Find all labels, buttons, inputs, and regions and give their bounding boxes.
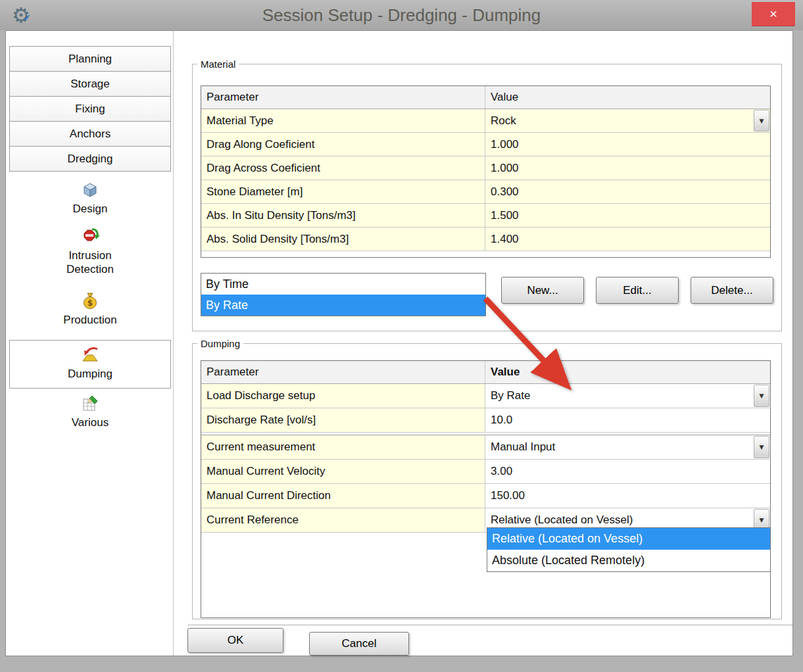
close-button[interactable]: × (752, 2, 795, 26)
svg-text:$: $ (87, 299, 93, 308)
dropdown-option-absolute[interactable]: Absolute (Located Remotely) (487, 550, 770, 571)
dumping-icon (80, 347, 100, 364)
value-cell[interactable]: Rock ▼ (485, 109, 770, 132)
ok-button[interactable]: OK (187, 628, 283, 653)
value-cell[interactable]: 150.00 (485, 484, 770, 508)
sidebar-item-dredging[interactable]: Dredging (9, 146, 171, 172)
footer-divider (187, 625, 792, 625)
table-row: Current measurement Manual Input ▼ (201, 435, 770, 460)
table-row: Abs. Solid Density [Tons/m3] 1.400 (201, 228, 770, 251)
value-cell[interactable]: 1.000 (485, 133, 770, 156)
dropdown-button[interactable]: ▼ (754, 110, 769, 132)
delete-button[interactable]: Delete... (691, 277, 773, 304)
sidebar-item-planning[interactable]: Planning (9, 46, 171, 72)
sidebar-item-design[interactable]: Design (9, 181, 171, 216)
table-row: Manual Current Direction 150.00 (201, 484, 770, 508)
sidebar-item-anchors[interactable]: Anchors (9, 121, 171, 147)
app-gear-icon: ⚙ ✓ (12, 3, 38, 29)
sidebar-item-various[interactable]: Various (9, 395, 171, 429)
window-title: Session Setup - Dredging - Dumping (0, 0, 803, 30)
cube-icon (81, 181, 99, 199)
parameter-cell: Manual Current Velocity (201, 460, 485, 483)
sidebar-item-storage[interactable]: Storage (9, 71, 171, 97)
sidebar-divider (173, 31, 174, 656)
parameter-cell: Drag Along Coeficient (201, 133, 485, 156)
table-row: Material Type Rock ▼ (201, 109, 770, 133)
discharge-mode-listbox: By Time By Rate (201, 273, 486, 316)
gear-check-icon: ✓ (23, 12, 32, 24)
parameter-cell: Material Type (201, 109, 485, 132)
sidebar-item-production[interactable]: $ Production (9, 291, 171, 327)
parameter-cell: Current Reference (201, 508, 485, 532)
parameter-cell: Discharge Rate [vol/s] (201, 408, 485, 432)
list-item-by-rate-selected[interactable]: By Rate (201, 295, 485, 316)
parameter-cell: Abs. Solid Density [Tons/m3] (201, 228, 485, 251)
sidebar-item-intrusion-detection[interactable]: Intrusion Detection (9, 227, 171, 277)
parameter-cell: Drag Across Coeficient (201, 156, 485, 180)
dropdown-option-relative[interactable]: Relative (Located on Vessel) (487, 528, 770, 550)
money-bag-icon: $ (82, 291, 99, 310)
material-group-label: Material (197, 59, 239, 70)
dropdown-button[interactable]: ▼ (754, 385, 769, 407)
cancel-button[interactable]: Cancel (309, 632, 409, 656)
current-reference-dropdown: Relative (Located on Vessel) Absolute (L… (487, 527, 771, 572)
column-header-parameter: Parameter (201, 86, 485, 108)
dropdown-button[interactable]: ▼ (754, 436, 769, 458)
value-cell[interactable]: 1.400 (485, 228, 770, 251)
material-table: Parameter Value Material Type Rock ▼ Dra… (201, 85, 771, 258)
sidebar-item-label: Various (72, 416, 109, 429)
value-cell[interactable]: Manual Input ▼ (485, 435, 770, 459)
table-row: Drag Across Coeficient 1.000 (201, 156, 770, 180)
parameter-cell: Load Discharge setup (201, 384, 485, 408)
table-row: Manual Current Velocity 3.00 (201, 460, 770, 484)
table-header-row: Parameter Value (201, 86, 770, 109)
value-cell[interactable]: 0.300 (485, 180, 770, 203)
annotation-arrow (462, 288, 600, 410)
parameter-cell: Current measurement (201, 435, 485, 459)
table-row: Drag Along Coeficient 1.000 (201, 133, 770, 156)
parameter-cell: Stone Diameter [m] (201, 180, 485, 203)
table-empty-area (201, 251, 770, 257)
grid-pencil-icon (82, 395, 99, 412)
sidebar-item-label: Intrusion Detection (51, 249, 130, 277)
value-cell[interactable]: 3.00 (485, 460, 770, 483)
sidebar-item-fixing[interactable]: Fixing (9, 96, 171, 122)
list-item-by-time[interactable]: By Time (201, 274, 485, 295)
close-icon: × (769, 7, 777, 22)
edit-button[interactable]: Edit... (596, 277, 679, 304)
parameter-cell: Abs. In Situ Density [Tons/m3] (201, 204, 485, 227)
sidebar-item-label: Dumping (68, 367, 112, 381)
table-row: Abs. In Situ Density [Tons/m3] 1.500 (201, 204, 770, 228)
column-header-parameter: Parameter (201, 361, 485, 383)
value-cell[interactable]: 1.500 (485, 204, 770, 227)
stop-sign-icon (80, 227, 100, 245)
column-header-value: Value (485, 86, 770, 108)
table-row: Discharge Rate [vol/s] 10.0 (201, 408, 770, 433)
sidebar-item-label: Design (73, 202, 108, 216)
dumping-group-label: Dumping (197, 338, 243, 349)
sidebar-item-label: Production (63, 313, 116, 327)
value-cell[interactable]: 1.000 (485, 156, 770, 180)
table-row: Stone Diameter [m] 0.300 (201, 180, 770, 204)
parameter-cell: Manual Current Direction (201, 484, 485, 508)
sidebar-item-dumping[interactable]: Dumping (9, 340, 171, 389)
value-cell[interactable]: 10.0 (485, 408, 770, 432)
